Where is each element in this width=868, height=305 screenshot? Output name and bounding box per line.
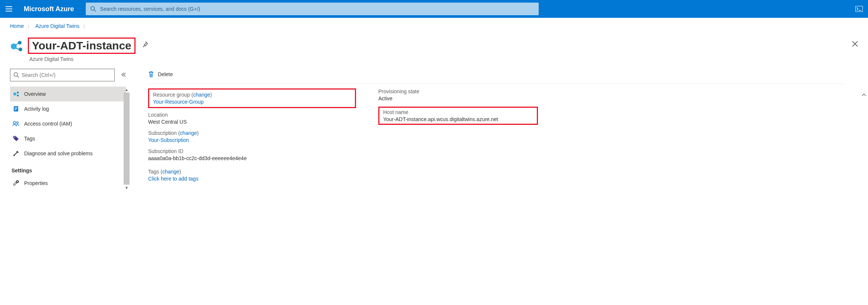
subscription-id-value: aaaa0a0a-bb1b-cc2c-dd3d-eeeeee4e4e4e (148, 155, 356, 161)
subscription-label: Subscription (change) (148, 130, 356, 136)
svg-rect-16 (14, 110, 16, 110)
sidebar-item-overview[interactable]: Overview (10, 87, 126, 101)
sidebar-item-label: Overview (24, 91, 46, 97)
diagnose-icon (12, 150, 20, 157)
main-content: Delete Resource group (change) Your-Reso… (126, 69, 868, 187)
host-name-label: Host name (383, 109, 533, 115)
delete-button[interactable]: Delete (148, 71, 173, 78)
sidebar-item-iam[interactable]: Access control (IAM) (10, 116, 126, 131)
sidebar-item-label: Tags (24, 136, 35, 142)
host-name-value: Your-ADT-instance.api.wcus.digitaltwins.… (383, 116, 533, 122)
page-title: Your-ADT-instance (32, 39, 131, 52)
svg-rect-22 (17, 181, 18, 182)
tags-label: Tags (change) (148, 169, 356, 175)
change-subscription-link[interactable]: change (180, 130, 197, 136)
collapse-sidebar-icon[interactable] (121, 72, 126, 78)
delete-icon (148, 71, 154, 78)
svg-line-9 (17, 76, 19, 78)
host-name-highlight-box: Host name Your-ADT-instance.api.wcus.dig… (378, 107, 538, 125)
svg-point-17 (13, 121, 16, 124)
svg-point-18 (17, 122, 18, 123)
provisioning-state-value: Active (378, 95, 586, 101)
sidebar-heading-settings: Settings (10, 161, 126, 176)
breadcrumb-parent[interactable]: Azure Digital Twins (35, 23, 79, 29)
pin-icon[interactable] (141, 41, 148, 49)
svg-line-6 (15, 43, 19, 45)
adt-small-icon (12, 90, 20, 98)
change-tags-link[interactable]: change (162, 169, 179, 175)
breadcrumb-home[interactable]: Home (10, 23, 24, 29)
cloud-shell-icon[interactable] (850, 0, 868, 18)
global-search-input[interactable] (100, 6, 534, 12)
sidebar-scroll: Overview Activity log Access control (IA… (10, 87, 126, 191)
menu-search[interactable] (10, 69, 115, 81)
sidebar-item-tags[interactable]: Tags (10, 131, 126, 146)
menu-search-input[interactable] (22, 72, 111, 78)
brand-label[interactable]: Microsoft Azure (18, 5, 86, 13)
sidebar-item-label: Diagnose and solve problems (24, 150, 92, 156)
search-icon (90, 6, 96, 12)
svg-line-1 (94, 10, 96, 12)
sidebar-item-properties[interactable]: Properties (10, 176, 126, 191)
location-value: West Central US (148, 119, 356, 125)
adt-resource-icon (10, 40, 23, 53)
change-resource-group-link[interactable]: change (193, 92, 210, 98)
page-subtitle: Azure Digital Twins (28, 56, 136, 62)
subscription-value[interactable]: Your-Subscription (148, 137, 356, 143)
location-label: Location (148, 112, 356, 118)
sidebar: Overview Activity log Access control (IA… (10, 69, 126, 191)
svg-point-3 (11, 43, 17, 49)
top-bar: Microsoft Azure (0, 0, 868, 18)
sidebar-item-activity-log[interactable]: Activity log (10, 101, 126, 116)
sidebar-item-label: Properties (24, 180, 48, 186)
svg-point-11 (17, 92, 19, 94)
svg-point-10 (13, 93, 16, 95)
global-search[interactable] (86, 3, 539, 15)
activity-log-icon (12, 105, 20, 113)
resource-group-highlight-box: Resource group (change) Your-Resource-Gr… (148, 88, 356, 108)
provisioning-state-label: Provisioning state (378, 88, 586, 94)
svg-point-4 (18, 41, 22, 45)
essentials-left-column: Resource group (change) Your-Resource-Gr… (148, 88, 356, 187)
toolbar: Delete (148, 69, 868, 84)
breadcrumb: Home 〉 Azure Digital Twins 〉 (0, 18, 868, 31)
svg-rect-14 (14, 107, 17, 108)
sidebar-item-diagnose[interactable]: Diagnose and solve problems (10, 146, 126, 161)
resource-group-label: Resource group (change) (153, 92, 351, 98)
subscription-id-label: Subscription ID (148, 148, 356, 154)
svg-point-12 (17, 95, 19, 97)
search-icon (13, 72, 19, 78)
svg-point-20 (13, 155, 15, 156)
svg-point-0 (91, 7, 95, 10)
title-row: Your-ADT-instance Azure Digital Twins (0, 31, 868, 65)
resource-group-value[interactable]: Your-Resource-Group (153, 99, 351, 105)
svg-rect-2 (856, 6, 863, 12)
properties-icon (12, 179, 20, 187)
close-icon[interactable] (852, 40, 858, 48)
chevron-right-icon: 〉 (83, 24, 87, 29)
tags-value[interactable]: Click here to add tags (148, 176, 356, 182)
hamburger-menu-icon[interactable] (0, 0, 18, 18)
chevron-right-icon: 〉 (27, 24, 32, 29)
essentials-right-column: Provisioning state Active Host name Your… (378, 88, 586, 187)
delete-label: Delete (158, 71, 173, 77)
svg-point-8 (14, 73, 18, 77)
sidebar-item-label: Access control (IAM) (24, 121, 72, 127)
sidebar-item-label: Activity log (24, 106, 49, 112)
svg-rect-15 (14, 108, 17, 109)
iam-icon (12, 120, 20, 127)
tags-icon (12, 135, 20, 142)
title-highlight-box: Your-ADT-instance (28, 38, 136, 54)
content-scroll-up-icon[interactable] (861, 92, 867, 98)
